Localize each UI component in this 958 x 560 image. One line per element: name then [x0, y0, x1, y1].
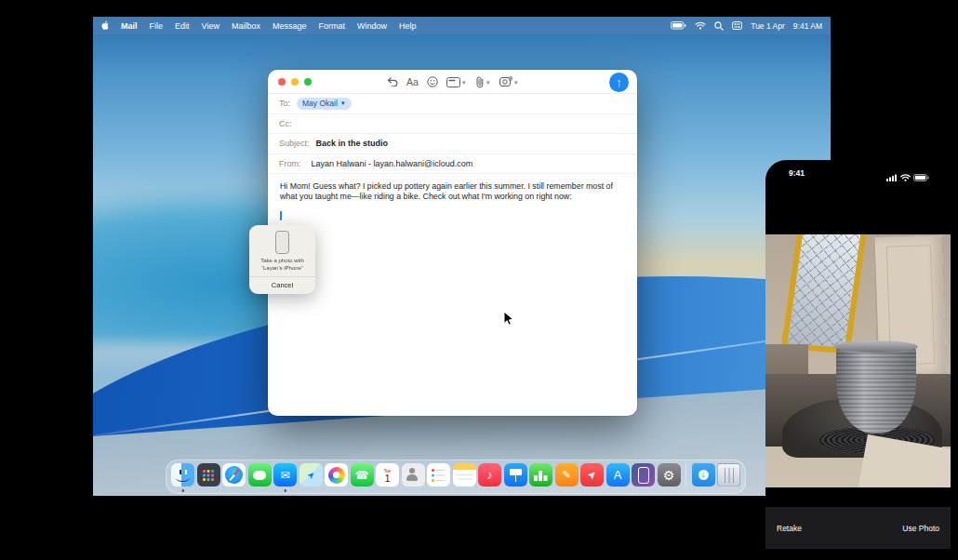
camera-action-bar: Retake Use Photo	[765, 507, 951, 549]
running-indicator-dot	[284, 489, 286, 492]
emoji-icon[interactable]	[427, 76, 438, 87]
from-value: Layan Halwani - layan.halwani@icloud.com	[312, 159, 473, 168]
message-text: Hi Mom! Guess what? I picked up pottery …	[280, 181, 625, 202]
menu-item-window[interactable]: Window	[357, 21, 387, 31]
close-button[interactable]	[278, 78, 286, 86]
dock-item-calendar-icon[interactable]: Tue1	[376, 463, 399, 487]
dock-item-pages-icon[interactable]: ✎	[555, 463, 579, 487]
recipient-token[interactable]: May Okail▼	[297, 98, 352, 110]
dock-item-safari-icon[interactable]	[222, 463, 246, 487]
dock-item-keynote-icon[interactable]	[504, 463, 527, 487]
dock-item-rocket-icon[interactable]	[580, 463, 604, 487]
mouse-pointer-icon	[503, 311, 514, 330]
menu-item-view[interactable]: View	[202, 21, 220, 31]
camera-preview	[765, 234, 951, 487]
control-center-icon[interactable]	[732, 21, 742, 30]
menu-item-edit[interactable]: Edit	[175, 21, 190, 31]
to-label: To:	[279, 99, 290, 108]
from-label: From:	[279, 159, 301, 168]
menu-item-message[interactable]: Message	[273, 21, 307, 31]
wifi-icon[interactable]	[695, 21, 706, 30]
dock-item-settings-icon[interactable]: ⚙	[658, 463, 681, 487]
dock-item-launchpad-icon[interactable]	[197, 463, 220, 487]
subject-label: Subject:	[279, 139, 310, 148]
compose-toolbar: Aa ▼ ▼ ▼ ↑	[268, 70, 637, 94]
popup-title-line1: Take a photo with	[252, 258, 313, 265]
subject-field[interactable]: Subject: Back in the studio	[268, 134, 637, 154]
menu-item-mail[interactable]: Mail	[121, 21, 138, 31]
dock-item-music-icon[interactable]: ♪	[478, 463, 501, 487]
popup-title-line2: “Layan’s iPhone”	[252, 265, 313, 273]
mail-compose-window: Aa ▼ ▼ ▼ ↑ To:	[268, 70, 637, 416]
header-fields-icon[interactable]: ▼	[446, 77, 467, 87]
message-body[interactable]: Hi Mom! Guess what? I picked up pottery …	[268, 174, 637, 209]
dock-item-photos-icon[interactable]	[325, 463, 348, 487]
zoom-button[interactable]	[304, 78, 312, 86]
menu-item-file[interactable]: File	[150, 21, 164, 31]
send-button[interactable]: ↑	[609, 73, 629, 92]
studio-window	[781, 234, 868, 353]
menu-item-mailbox[interactable]: Mailbox	[232, 21, 260, 31]
dock-divider	[685, 463, 686, 487]
dock-item-messages-icon[interactable]	[248, 463, 272, 487]
format-text-icon[interactable]: Aa	[406, 76, 419, 87]
menubar-time[interactable]: 9:41 AM	[793, 21, 822, 31]
dock-item-numbers-icon[interactable]	[529, 463, 552, 487]
undo-icon[interactable]	[387, 77, 398, 87]
cellular-signal-icon	[886, 168, 898, 185]
iphone-status-bar: 9:41	[765, 167, 951, 180]
insert-photo-icon[interactable]: ▼	[499, 76, 519, 87]
iphone-continuity-camera-screen: 9:41 Retake Use Photo	[765, 160, 951, 555]
wifi-icon	[900, 168, 911, 185]
to-field[interactable]: To: May Okail▼	[268, 94, 637, 114]
token-chevron-icon: ▼	[340, 100, 346, 106]
menu-item-format[interactable]: Format	[318, 21, 345, 31]
use-photo-button[interactable]: Use Photo	[902, 524, 939, 533]
dock-item-maps-icon[interactable]	[299, 463, 323, 487]
dock-item-notes-icon[interactable]	[453, 463, 476, 487]
calendar-day: 1	[384, 473, 390, 484]
cc-field[interactable]: Cc:	[268, 114, 637, 135]
cc-label: Cc:	[279, 119, 292, 128]
mac-desktop: MailFileEditViewMailboxMessageFormatWind…	[93, 17, 831, 496]
attachment-icon[interactable]: ▼	[475, 76, 491, 88]
iphone-icon	[275, 231, 289, 254]
menubar-date[interactable]: Tue 1 Apr	[751, 21, 785, 31]
retake-button[interactable]: Retake	[777, 524, 802, 533]
dock-item-finder-icon[interactable]	[171, 463, 194, 487]
dock-item-appstore-icon[interactable]: A	[606, 463, 630, 487]
menu-bar: MailFileEditViewMailboxMessageFormatWind…	[93, 17, 831, 34]
battery-icon[interactable]	[671, 21, 686, 30]
continuity-camera-popup: Take a photo with “Layan’s iPhone” Cance…	[249, 220, 315, 294]
subject-value: Back in the studio	[316, 139, 389, 148]
dock-item-trash-icon[interactable]	[717, 463, 740, 487]
spotlight-search-icon[interactable]	[714, 21, 724, 31]
dock-item-phone-icon[interactable]: ☎	[351, 463, 374, 487]
running-indicator-dot	[181, 489, 184, 492]
dock-item-mail-icon[interactable]: ✉	[273, 463, 297, 487]
dock-item-reminders-icon[interactable]	[427, 463, 450, 487]
menu-item-help[interactable]: Help	[399, 21, 417, 31]
from-field[interactable]: From: Layan Halwani - layan.halwani@iclo…	[268, 154, 637, 175]
iphone-clock: 9:41	[789, 168, 805, 178]
dock-item-iphonemirroring-icon[interactable]	[632, 463, 655, 487]
dock-item-downloads-icon[interactable]	[692, 463, 715, 487]
apple-logo-icon[interactable]	[101, 20, 110, 31]
cancel-button[interactable]: Cancel	[249, 277, 315, 294]
dock-item-contacts-icon[interactable]	[402, 463, 425, 487]
minimize-button[interactable]	[291, 78, 299, 86]
dock: ✉☎Tue1♪✎A⚙	[166, 460, 746, 495]
battery-icon	[913, 168, 929, 185]
